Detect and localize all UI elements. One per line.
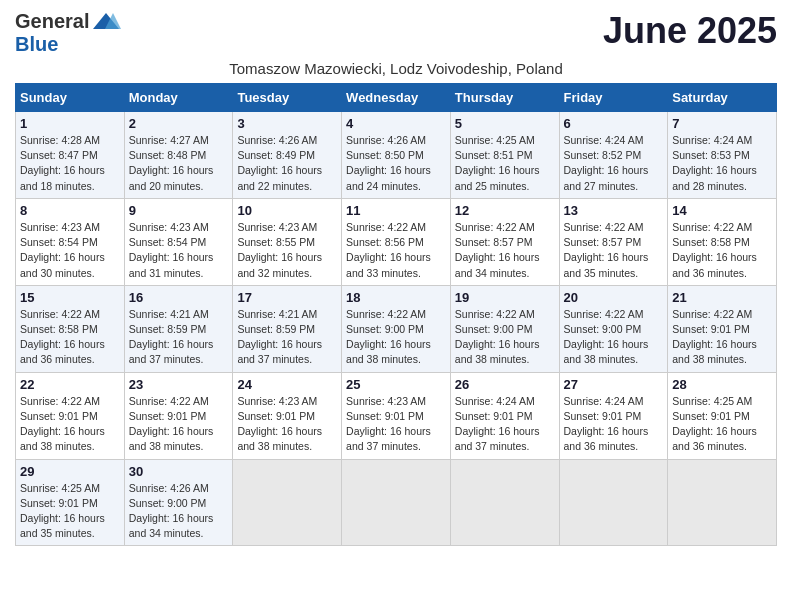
header: General Blue June 2025 — [15, 10, 777, 56]
day-number: 20 — [564, 290, 664, 305]
day-detail: Sunrise: 4:22 AM Sunset: 9:00 PM Dayligh… — [564, 307, 664, 368]
calendar-cell: 21Sunrise: 4:22 AM Sunset: 9:01 PM Dayli… — [668, 285, 777, 372]
day-number: 8 — [20, 203, 120, 218]
calendar-cell: 30Sunrise: 4:26 AM Sunset: 9:00 PM Dayli… — [124, 459, 233, 546]
calendar-cell: 27Sunrise: 4:24 AM Sunset: 9:01 PM Dayli… — [559, 372, 668, 459]
day-detail: Sunrise: 4:25 AM Sunset: 9:01 PM Dayligh… — [672, 394, 772, 455]
calendar-cell: 7Sunrise: 4:24 AM Sunset: 8:53 PM Daylig… — [668, 112, 777, 199]
calendar-cell: 22Sunrise: 4:22 AM Sunset: 9:01 PM Dayli… — [16, 372, 125, 459]
day-detail: Sunrise: 4:22 AM Sunset: 8:57 PM Dayligh… — [455, 220, 555, 281]
day-detail: Sunrise: 4:21 AM Sunset: 8:59 PM Dayligh… — [129, 307, 229, 368]
day-number: 24 — [237, 377, 337, 392]
day-detail: Sunrise: 4:23 AM Sunset: 9:01 PM Dayligh… — [237, 394, 337, 455]
calendar-cell: 15Sunrise: 4:22 AM Sunset: 8:58 PM Dayli… — [16, 285, 125, 372]
day-number: 22 — [20, 377, 120, 392]
day-number: 10 — [237, 203, 337, 218]
day-detail: Sunrise: 4:22 AM Sunset: 8:56 PM Dayligh… — [346, 220, 446, 281]
calendar-cell: 20Sunrise: 4:22 AM Sunset: 9:00 PM Dayli… — [559, 285, 668, 372]
day-detail: Sunrise: 4:26 AM Sunset: 9:00 PM Dayligh… — [129, 481, 229, 542]
calendar-cell: 18Sunrise: 4:22 AM Sunset: 9:00 PM Dayli… — [342, 285, 451, 372]
day-number: 28 — [672, 377, 772, 392]
calendar-cell — [450, 459, 559, 546]
day-detail: Sunrise: 4:26 AM Sunset: 8:50 PM Dayligh… — [346, 133, 446, 194]
col-header-friday: Friday — [559, 84, 668, 112]
calendar-cell — [559, 459, 668, 546]
day-detail: Sunrise: 4:23 AM Sunset: 8:55 PM Dayligh… — [237, 220, 337, 281]
day-number: 14 — [672, 203, 772, 218]
day-detail: Sunrise: 4:21 AM Sunset: 8:59 PM Dayligh… — [237, 307, 337, 368]
day-number: 26 — [455, 377, 555, 392]
month-title: June 2025 — [603, 10, 777, 52]
calendar-cell: 4Sunrise: 4:26 AM Sunset: 8:50 PM Daylig… — [342, 112, 451, 199]
day-detail: Sunrise: 4:22 AM Sunset: 9:01 PM Dayligh… — [672, 307, 772, 368]
day-number: 7 — [672, 116, 772, 131]
calendar-cell: 23Sunrise: 4:22 AM Sunset: 9:01 PM Dayli… — [124, 372, 233, 459]
calendar-cell: 8Sunrise: 4:23 AM Sunset: 8:54 PM Daylig… — [16, 198, 125, 285]
logo-blue: Blue — [15, 33, 58, 56]
subtitle: Tomaszow Mazowiecki, Lodz Voivodeship, P… — [15, 60, 777, 77]
day-number: 4 — [346, 116, 446, 131]
calendar-cell: 5Sunrise: 4:25 AM Sunset: 8:51 PM Daylig… — [450, 112, 559, 199]
day-detail: Sunrise: 4:22 AM Sunset: 8:57 PM Dayligh… — [564, 220, 664, 281]
calendar-cell: 1Sunrise: 4:28 AM Sunset: 8:47 PM Daylig… — [16, 112, 125, 199]
day-detail: Sunrise: 4:23 AM Sunset: 8:54 PM Dayligh… — [129, 220, 229, 281]
logo-general: General — [15, 10, 89, 33]
calendar-cell: 24Sunrise: 4:23 AM Sunset: 9:01 PM Dayli… — [233, 372, 342, 459]
calendar-cell: 29Sunrise: 4:25 AM Sunset: 9:01 PM Dayli… — [16, 459, 125, 546]
day-number: 6 — [564, 116, 664, 131]
col-header-sunday: Sunday — [16, 84, 125, 112]
logo-icon — [91, 11, 121, 33]
day-detail: Sunrise: 4:22 AM Sunset: 9:00 PM Dayligh… — [455, 307, 555, 368]
day-detail: Sunrise: 4:22 AM Sunset: 8:58 PM Dayligh… — [20, 307, 120, 368]
day-number: 11 — [346, 203, 446, 218]
logo: General Blue — [15, 10, 121, 56]
day-detail: Sunrise: 4:23 AM Sunset: 8:54 PM Dayligh… — [20, 220, 120, 281]
day-detail: Sunrise: 4:24 AM Sunset: 8:53 PM Dayligh… — [672, 133, 772, 194]
calendar-table: SundayMondayTuesdayWednesdayThursdayFrid… — [15, 83, 777, 546]
calendar-cell: 9Sunrise: 4:23 AM Sunset: 8:54 PM Daylig… — [124, 198, 233, 285]
day-number: 2 — [129, 116, 229, 131]
calendar-cell: 14Sunrise: 4:22 AM Sunset: 8:58 PM Dayli… — [668, 198, 777, 285]
day-number: 19 — [455, 290, 555, 305]
calendar-cell: 28Sunrise: 4:25 AM Sunset: 9:01 PM Dayli… — [668, 372, 777, 459]
day-number: 9 — [129, 203, 229, 218]
day-number: 21 — [672, 290, 772, 305]
calendar-cell: 13Sunrise: 4:22 AM Sunset: 8:57 PM Dayli… — [559, 198, 668, 285]
day-detail: Sunrise: 4:22 AM Sunset: 8:58 PM Dayligh… — [672, 220, 772, 281]
day-detail: Sunrise: 4:23 AM Sunset: 9:01 PM Dayligh… — [346, 394, 446, 455]
col-header-wednesday: Wednesday — [342, 84, 451, 112]
calendar-cell: 12Sunrise: 4:22 AM Sunset: 8:57 PM Dayli… — [450, 198, 559, 285]
day-detail: Sunrise: 4:25 AM Sunset: 9:01 PM Dayligh… — [20, 481, 120, 542]
calendar-cell: 16Sunrise: 4:21 AM Sunset: 8:59 PM Dayli… — [124, 285, 233, 372]
day-number: 27 — [564, 377, 664, 392]
calendar-cell: 17Sunrise: 4:21 AM Sunset: 8:59 PM Dayli… — [233, 285, 342, 372]
calendar-cell — [233, 459, 342, 546]
day-detail: Sunrise: 4:22 AM Sunset: 9:00 PM Dayligh… — [346, 307, 446, 368]
calendar-cell: 3Sunrise: 4:26 AM Sunset: 8:49 PM Daylig… — [233, 112, 342, 199]
day-detail: Sunrise: 4:26 AM Sunset: 8:49 PM Dayligh… — [237, 133, 337, 194]
day-detail: Sunrise: 4:24 AM Sunset: 9:01 PM Dayligh… — [455, 394, 555, 455]
calendar-cell: 19Sunrise: 4:22 AM Sunset: 9:00 PM Dayli… — [450, 285, 559, 372]
day-number: 17 — [237, 290, 337, 305]
calendar-cell: 6Sunrise: 4:24 AM Sunset: 8:52 PM Daylig… — [559, 112, 668, 199]
calendar-cell: 26Sunrise: 4:24 AM Sunset: 9:01 PM Dayli… — [450, 372, 559, 459]
day-detail: Sunrise: 4:27 AM Sunset: 8:48 PM Dayligh… — [129, 133, 229, 194]
day-number: 25 — [346, 377, 446, 392]
day-number: 1 — [20, 116, 120, 131]
day-number: 5 — [455, 116, 555, 131]
day-detail: Sunrise: 4:25 AM Sunset: 8:51 PM Dayligh… — [455, 133, 555, 194]
day-detail: Sunrise: 4:24 AM Sunset: 8:52 PM Dayligh… — [564, 133, 664, 194]
day-number: 29 — [20, 464, 120, 479]
calendar-cell: 10Sunrise: 4:23 AM Sunset: 8:55 PM Dayli… — [233, 198, 342, 285]
day-detail: Sunrise: 4:24 AM Sunset: 9:01 PM Dayligh… — [564, 394, 664, 455]
col-header-thursday: Thursday — [450, 84, 559, 112]
calendar-cell: 2Sunrise: 4:27 AM Sunset: 8:48 PM Daylig… — [124, 112, 233, 199]
day-number: 16 — [129, 290, 229, 305]
day-number: 12 — [455, 203, 555, 218]
day-detail: Sunrise: 4:28 AM Sunset: 8:47 PM Dayligh… — [20, 133, 120, 194]
day-number: 13 — [564, 203, 664, 218]
day-number: 18 — [346, 290, 446, 305]
col-header-monday: Monday — [124, 84, 233, 112]
calendar-cell: 11Sunrise: 4:22 AM Sunset: 8:56 PM Dayli… — [342, 198, 451, 285]
day-number: 15 — [20, 290, 120, 305]
